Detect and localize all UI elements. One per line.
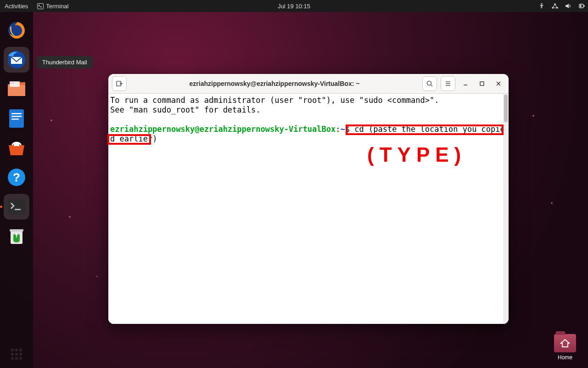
menu-button[interactable] — [441, 76, 455, 91]
accessibility-icon[interactable] — [538, 3, 545, 9]
volume-icon[interactable] — [565, 3, 572, 9]
minimize-icon — [463, 81, 468, 86]
activities-button[interactable]: Activities — [0, 0, 33, 12]
dock-app-trash[interactable] — [4, 223, 29, 249]
prompt-user: ezriahzippernowsky@ezriahzippernowsky-Vi… — [110, 125, 336, 134]
prompt-colon: : — [336, 125, 340, 134]
terminal-body[interactable]: To run a command as administrator (user … — [108, 94, 509, 324]
terminal-icon — [37, 3, 44, 9]
terminal-scrollbar[interactable] — [503, 94, 509, 324]
svg-rect-7 — [584, 5, 585, 7]
new-tab-icon — [116, 80, 123, 87]
trash-icon — [8, 226, 25, 246]
maximize-button[interactable] — [476, 77, 488, 90]
dock: ? — [0, 12, 33, 368]
command-text-2: earlier) — [119, 134, 157, 143]
desktop-home-label: Home — [558, 354, 572, 361]
maximize-icon — [479, 81, 485, 86]
battery-icon[interactable] — [578, 3, 585, 9]
svg-rect-12 — [10, 81, 20, 87]
svg-rect-0 — [38, 3, 44, 9]
svg-rect-8 — [580, 5, 582, 7]
app-menu-label: Terminal — [46, 3, 68, 10]
dock-app-firefox[interactable] — [4, 17, 29, 43]
window-title: ezriahzippernowsky@ezriahzippernowsky-Vi… — [130, 80, 419, 87]
minimize-button[interactable] — [459, 77, 472, 90]
scrollbar-thumb[interactable] — [504, 95, 508, 122]
app-menu-button[interactable]: Terminal — [33, 0, 73, 12]
files-icon — [7, 80, 26, 98]
svg-rect-33 — [480, 82, 484, 85]
dock-app-writer[interactable] — [4, 106, 29, 131]
svg-rect-20 — [8, 199, 25, 215]
terminal-window: ezriahzippernowsky@ezriahzippernowsky-Vi… — [108, 74, 509, 324]
terminal-app-icon — [7, 198, 26, 215]
writer-icon — [7, 108, 26, 129]
search-icon — [426, 80, 433, 87]
svg-point-27 — [427, 81, 431, 85]
search-button[interactable] — [422, 76, 437, 91]
dock-tooltip-label: Thunderbird Mail — [42, 59, 87, 66]
svg-rect-15 — [11, 116, 22, 117]
dock-tooltip: Thunderbird Mail — [37, 56, 93, 68]
thunderbird-icon — [7, 50, 26, 69]
software-icon — [7, 139, 26, 157]
desktop-root: Activities Terminal Jul 19 10:15 — [0, 0, 588, 368]
network-icon[interactable] — [551, 3, 559, 9]
dock-app-software[interactable] — [4, 135, 29, 161]
svg-rect-16 — [11, 119, 19, 120]
svg-rect-17 — [14, 142, 19, 146]
top-bar: Activities Terminal Jul 19 10:15 — [0, 0, 588, 12]
svg-rect-23 — [10, 229, 23, 232]
desktop-home-icon[interactable]: Home — [551, 334, 579, 361]
dock-app-terminal[interactable] — [4, 194, 29, 220]
prompt-path: ~ — [341, 125, 345, 134]
term-line-1: To run a command as administrator (user … — [110, 96, 439, 105]
svg-text:?: ? — [13, 170, 20, 184]
datetime-label: Jul 19 10:15 — [278, 3, 310, 10]
dock-app-thunderbird[interactable] — [4, 47, 29, 73]
close-button[interactable] — [492, 77, 505, 90]
prompt-dollar: $ — [345, 125, 350, 134]
svg-line-28 — [431, 85, 432, 86]
term-line-2: See "man sudo_root" for details. — [110, 105, 261, 114]
new-tab-button[interactable] — [112, 76, 127, 91]
hamburger-icon — [444, 80, 452, 87]
svg-rect-14 — [11, 113, 22, 114]
window-titlebar[interactable]: ezriahzippernowsky@ezriahzippernowsky-Vi… — [108, 74, 509, 94]
dock-app-files[interactable] — [4, 76, 29, 102]
activities-label: Activities — [5, 3, 28, 10]
svg-point-2 — [541, 3, 542, 5]
help-icon: ? — [7, 168, 26, 187]
house-icon — [560, 339, 570, 348]
close-icon — [496, 81, 501, 86]
dock-app-help[interactable]: ? — [4, 164, 29, 190]
firefox-icon — [7, 21, 26, 40]
clock-button[interactable]: Jul 19 10:15 — [273, 0, 315, 12]
